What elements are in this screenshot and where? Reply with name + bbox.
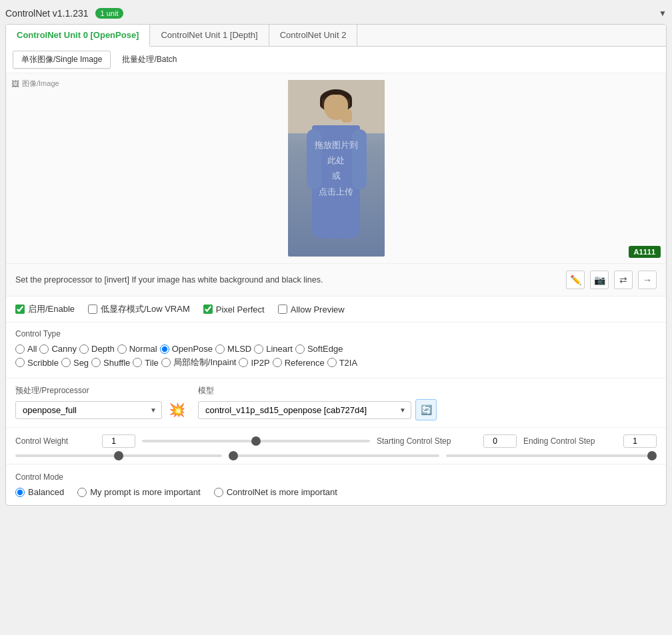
camera-icon-btn[interactable]: 📷 [590,271,609,289]
model-group: 模型 control_v11p_sd15_openpose [cab727d4]… [198,385,437,420]
edit-icon-btn[interactable]: ✏️ [566,271,585,289]
refresh-btn[interactable]: 🔄 [415,399,437,420]
control-mode-section: Control Mode Balanced My prompt is more … [6,464,666,505]
sliders-section: Control Weight Starting Control Step End… [6,428,666,464]
checkbox-enable[interactable]: 启用/Enable [15,303,75,315]
radio-mlsd[interactable]: MLSD [215,344,251,354]
tab-unit1[interactable]: ControlNet Unit 1 [Depth] [150,25,269,46]
radio-seg[interactable]: Seg [61,356,89,368]
radio-canny[interactable]: Canny [39,344,77,354]
mode-controlnet-input[interactable] [214,488,223,497]
control-type-label: Control Type [15,329,657,338]
preprocessor-select-wrapper: openpose_full [15,401,162,419]
a1111-badge: A1111 [629,246,661,258]
info-text: Set the preprocessor to [invert] If your… [15,275,323,285]
preprocessor-group: 预处理/Preprocessor openpose_full 💥 [15,385,187,420]
radio-all[interactable]: All [15,344,37,354]
header-dropdown-arrow[interactable]: ▼ [659,9,667,18]
sub-tab-batch[interactable]: 批量处理/Batch [113,51,185,69]
mode-balanced[interactable]: Balanced [15,487,64,497]
model-select[interactable]: control_v11p_sd15_openpose [cab727d4] [198,401,411,419]
radio-normal[interactable]: Normal [117,344,157,354]
checkbox-allow-preview-input[interactable] [278,305,287,314]
control-weight-slider[interactable] [142,440,370,442]
main-panel: ControlNet Unit 0 [OpenPose] ControlNet … [5,24,667,506]
icon-buttons: ✏️ 📷 ⇄ → [566,271,657,289]
mode-my-prompt[interactable]: My prompt is more important [77,487,200,497]
header-left: ControlNet v1.1.231 1 unit [5,8,123,19]
sliders-track-row [15,454,657,457]
control-weight-value[interactable] [102,434,135,448]
ending-step-slider[interactable] [446,454,657,457]
sub-tab-single[interactable]: 单张图像/Single Image [13,51,111,69]
ending-step-label: Ending Control Step [523,436,617,446]
explode-btn[interactable]: 💥 [166,399,187,420]
mode-radios: Balanced My prompt is more important Con… [15,487,657,497]
uploaded-image: 拖放图片到此处 或 点击上传 [288,80,385,257]
mode-balanced-input[interactable] [15,488,25,497]
header-bar: ControlNet v1.1.231 1 unit ▼ [5,5,667,24]
starting-step-label: Starting Control Step [377,436,477,446]
info-bar: Set the preprocessor to [invert] If your… [6,264,666,297]
mode-controlnet[interactable]: ControlNet is more important [214,487,337,497]
control-type-row2: Scribble Seg Shuffle Tile 局部绘制/Inpaint [15,356,657,368]
image-label: 🖼 图像/Image [11,79,59,89]
tab-unit2[interactable]: ControlNet Unit 2 [269,25,358,46]
control-weight-slider-track[interactable] [15,454,222,457]
checkbox-low-vram[interactable]: 低显存模式/Low VRAM [88,303,190,315]
checkbox-pixel-perfect-input[interactable] [203,305,213,314]
checkboxes-row: 启用/Enable 低显存模式/Low VRAM Pixel Perfect A… [6,297,666,322]
control-mode-label: Control Mode [15,472,657,482]
control-type-row1: All Canny Depth Normal OpenPose [15,344,657,354]
image-container[interactable]: 拖放图片到此处 或 点击上传 [6,73,666,263]
mode-my-prompt-input[interactable] [77,488,87,497]
tab-unit0[interactable]: ControlNet Unit 0 [OpenPose] [6,25,150,47]
app-title: ControlNet v1.1.231 [5,8,89,19]
radio-softedge[interactable]: SoftEdge [295,344,343,354]
radio-ip2p[interactable]: IP2P [239,356,269,368]
preprocessor-select[interactable]: openpose_full [15,401,162,419]
arrow-icon-btn[interactable]: → [638,271,657,289]
starting-step-slider[interactable] [229,454,439,457]
checkbox-low-vram-input[interactable] [88,305,97,314]
radio-scribble[interactable]: Scribble [15,356,59,368]
radio-shuffle[interactable]: Shuffle [91,356,130,368]
preprocessor-label: 预处理/Preprocessor [15,385,187,396]
radio-tile[interactable]: Tile [133,356,158,368]
radio-inpaint[interactable]: 局部绘制/Inpaint [161,356,237,368]
radio-reference[interactable]: Reference [273,356,325,368]
radio-depth[interactable]: Depth [79,344,115,354]
unit-tabs: ControlNet Unit 0 [OpenPose] ControlNet … [6,25,666,47]
checkbox-pixel-perfect[interactable]: Pixel Perfect [203,305,265,315]
radio-t2ia[interactable]: T2IA [327,356,357,368]
swap-icon-btn[interactable]: ⇄ [614,271,633,289]
starting-step-value[interactable] [483,434,517,448]
control-weight-label: Control Weight [15,436,95,446]
main-container: ControlNet v1.1.231 1 unit ▼ ControlNet … [0,0,672,511]
unit-badge: 1 unit [95,8,124,19]
radio-lineart[interactable]: Lineart [254,344,293,354]
image-area[interactable]: 🖼 图像/Image [6,73,666,264]
model-label: 模型 [198,385,437,396]
preprocessor-section: 预处理/Preprocessor openpose_full 💥 模型 cont [6,378,666,428]
checkbox-enable-input[interactable] [15,305,25,314]
checkbox-allow-preview[interactable]: Allow Preview [278,305,345,315]
sub-tabs: 单张图像/Single Image 批量处理/Batch [6,47,666,73]
control-weight-row: Control Weight Starting Control Step End… [15,434,657,448]
control-type-section: Control Type All Canny Depth Normal [6,322,666,378]
model-select-wrapper: control_v11p_sd15_openpose [cab727d4] [198,401,411,419]
ending-step-value[interactable] [623,434,657,448]
radio-openpose[interactable]: OpenPose [160,344,213,354]
